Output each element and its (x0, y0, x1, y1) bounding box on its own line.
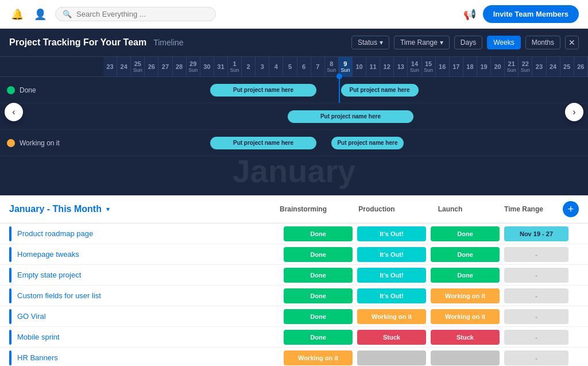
row-indicator (9, 226, 11, 241)
brainstorming-status-cell[interactable]: Done (284, 288, 353, 303)
day-cell: 25Sun (131, 57, 145, 76)
month-label: January - This Month (9, 204, 102, 214)
gantt-bar[interactable]: Put project name here (288, 110, 413, 123)
month-dropdown-arrow[interactable]: ▾ (106, 205, 110, 213)
gantt-bar[interactable]: Put project name here (341, 84, 419, 97)
megaphone-icon[interactable]: 📢 (463, 8, 476, 21)
launch-status-cell[interactable] (431, 350, 500, 365)
day-cell: 22Sun (519, 57, 532, 76)
gantt-row-label: Working on it (0, 139, 103, 147)
production-status-cell[interactable]: It's Out! (357, 247, 426, 262)
invite-team-button[interactable]: Invite Team Members (483, 5, 579, 23)
time-range-cell[interactable]: - (504, 268, 568, 283)
day-cell: 29Sun (187, 57, 200, 76)
task-name[interactable]: Product roadmap page (17, 229, 281, 238)
production-status-cell[interactable]: Working on it (357, 309, 426, 324)
launch-status-cell[interactable]: Stuck (431, 330, 500, 345)
task-name[interactable]: Mobile sprint (17, 333, 281, 341)
launch-status-cell[interactable]: Done (431, 247, 500, 262)
launch-status-cell[interactable]: Working on it (431, 288, 500, 303)
table-row: HR BannersWorking on it- (0, 348, 588, 366)
launch-status-cell[interactable]: Done (431, 226, 500, 241)
day-cell: 28 (173, 57, 187, 76)
brainstorming-status-cell[interactable]: Done (284, 226, 353, 241)
table-row: Empty state projectDoneIt's Out!Done- (0, 265, 588, 286)
add-column-button[interactable]: + (563, 201, 579, 217)
day-cell: 12 (380, 57, 394, 76)
production-status-cell[interactable] (357, 350, 426, 365)
brainstorming-status-cell[interactable]: Working on it (284, 350, 353, 365)
col-time-range-header: Time Range (489, 202, 558, 217)
weeks-button[interactable]: Weeks (487, 36, 520, 49)
gantt-title: Project Tracking For Your Team (9, 37, 146, 48)
day-cell: 23 (103, 57, 117, 76)
task-name[interactable]: HR Banners (17, 353, 281, 362)
production-status-cell[interactable]: It's Out! (357, 268, 426, 283)
day-cell: 13 (394, 57, 408, 76)
search-input[interactable] (76, 10, 208, 18)
time-range-cell[interactable]: - (504, 247, 568, 262)
row-indicator (9, 309, 11, 324)
time-range-cell[interactable]: - (504, 309, 568, 324)
time-range-cell[interactable]: - (504, 288, 568, 303)
day-cell: 1Sun (228, 57, 242, 76)
day-cell: 30 (200, 57, 214, 76)
gantt-row-timeline: Put project name herePut project name he… (103, 130, 588, 156)
time-range-cell[interactable]: Nov 19 - 27 (504, 226, 568, 241)
table-row: Product roadmap pageDoneIt's Out!DoneNov… (0, 224, 588, 244)
task-name[interactable]: GO Viral (17, 312, 281, 321)
day-cell: 15Sun (422, 57, 436, 76)
day-cell: 10 (353, 57, 366, 76)
task-name[interactable]: Empty state project (17, 271, 281, 279)
gantt-row: DonePut project name herePut project nam… (0, 77, 588, 103)
production-status-cell[interactable]: It's Out! (357, 226, 426, 241)
time-range-cell[interactable]: - (504, 330, 568, 345)
gantt-row: Working on itPut project name herePut pr… (0, 130, 588, 156)
time-range-cell[interactable]: - (504, 350, 568, 365)
status-button[interactable]: Status ▾ (351, 36, 389, 49)
brainstorming-status-cell[interactable]: Done (284, 247, 353, 262)
brainstorming-status-cell[interactable]: Done (284, 309, 353, 324)
day-cell: 8Sun (325, 57, 339, 76)
search-icon: 🔍 (63, 10, 72, 18)
user-icon[interactable]: 👤 (32, 6, 48, 22)
launch-status-cell[interactable]: Working on it (431, 309, 500, 324)
notifications-icon[interactable]: 🔔 (9, 6, 25, 22)
timeline-days: 232425Sun26272829Sun30311Sun2345678Sun9S… (103, 57, 588, 76)
gantt-row-timeline: Put project name herePut project name he… (103, 77, 588, 103)
day-cell: 3 (256, 57, 269, 76)
day-cell: 11 (366, 57, 380, 76)
gantt-bar[interactable]: Put project name here (210, 84, 317, 97)
day-cell: 18 (463, 57, 477, 76)
gantt-bar[interactable]: Put project name here (331, 137, 404, 149)
table-row: GO ViralDoneWorking on itWorking on it- (0, 306, 588, 327)
search-bar[interactable]: 🔍 (55, 7, 216, 21)
table-row: Mobile sprintDoneStuckStuck- (0, 327, 588, 348)
table-header-row: January - This Month ▾ Brainstorming Pro… (0, 195, 588, 224)
day-cell: 23 (532, 57, 546, 76)
months-button[interactable]: Months (525, 36, 560, 49)
day-cell: 24 (547, 57, 560, 76)
gantt-row-timeline: Put project name here (103, 103, 588, 129)
row-indicator (9, 330, 11, 345)
col-brainstorming-header: Brainstorming (269, 202, 338, 217)
gantt-bar[interactable]: Put project name here (210, 137, 317, 149)
gantt-prev-arrow[interactable]: ‹ (5, 103, 23, 121)
days-button[interactable]: Days (454, 36, 482, 49)
brainstorming-status-cell[interactable]: Done (284, 268, 353, 283)
time-range-button[interactable]: Time Range ▾ (394, 36, 450, 49)
gantt-close-button[interactable]: ✕ (565, 36, 579, 49)
task-name[interactable]: Homepage tweaks (17, 250, 281, 259)
day-cell: 6 (297, 57, 311, 76)
gantt-row-label-text: Done (20, 86, 36, 94)
day-cell: 26 (145, 57, 158, 76)
day-cell: 5 (283, 57, 297, 76)
production-status-cell[interactable]: Stuck (357, 330, 426, 345)
gantt-controls: Status ▾ Time Range ▾ Days Weeks Months … (351, 36, 579, 49)
production-status-cell[interactable]: It's Out! (357, 288, 426, 303)
launch-status-cell[interactable]: Done (431, 268, 500, 283)
task-name[interactable]: Custom fields for user list (17, 291, 281, 300)
today-marker (339, 77, 340, 103)
gantt-next-arrow[interactable]: › (565, 103, 583, 121)
brainstorming-status-cell[interactable]: Done (284, 330, 353, 345)
